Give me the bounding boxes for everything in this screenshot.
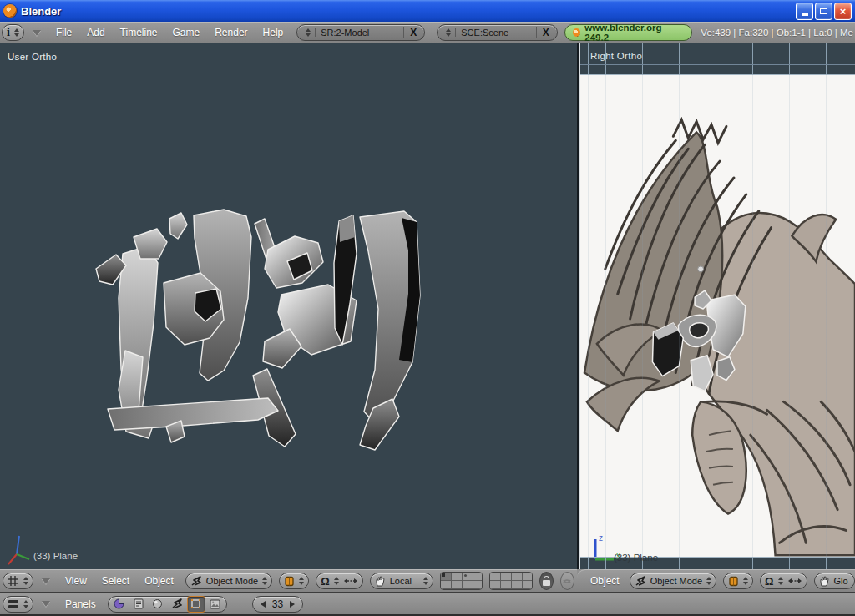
layer-toggle[interactable]	[441, 581, 452, 589]
screen-selector-value[interactable]: SR:2-Model	[321, 28, 398, 38]
lock-layers-button[interactable]	[539, 572, 554, 590]
editing-context-button[interactable]	[188, 597, 205, 612]
pivot-dropdown[interactable]: Ω	[316, 573, 362, 589]
mesh-object-canvas[interactable]	[0, 43, 577, 569]
menu-game[interactable]: Game	[173, 27, 200, 38]
header-collapse-icon[interactable]	[33, 30, 41, 36]
menu-help[interactable]: Help	[263, 27, 284, 38]
minimize-button[interactable]	[796, 3, 813, 20]
editor-type-stepper	[23, 577, 28, 585]
scene-selector-value[interactable]: SCE:Scene	[461, 28, 530, 38]
frame-stepper[interactable]: 33	[252, 596, 303, 613]
mode-dropdown-right-value[interactable]: Object Mode	[650, 576, 702, 586]
layer-toggle[interactable]	[523, 573, 532, 581]
restore-icon	[820, 8, 827, 14]
viewport-3d-left[interactable]: User Ortho	[0, 43, 577, 569]
layer-toggle[interactable]	[452, 573, 463, 581]
scene-context-button[interactable]	[207, 597, 224, 612]
mode-dropdown[interactable]: Object Mode	[185, 573, 272, 589]
frame-next-icon[interactable]	[290, 601, 295, 608]
header-collapse-icon[interactable]	[42, 601, 50, 607]
orientation-dropdown-right-value[interactable]: Glo	[834, 576, 848, 586]
orientation-dropdown-value[interactable]: Local	[390, 576, 419, 586]
menu-timeline[interactable]: Timeline	[120, 27, 158, 38]
layer-toggle[interactable]	[452, 581, 463, 589]
proportional-edit-icon	[562, 576, 572, 586]
shading-solid-icon	[728, 576, 739, 587]
menu-view[interactable]: View	[65, 575, 87, 587]
object-info-left: (33) Plane	[33, 551, 78, 561]
viewport-3d-right[interactable]: Right Ortho z y (33) Plane	[580, 43, 855, 569]
editor-type-button-3dview[interactable]	[3, 573, 33, 589]
orientation-dropdown-right[interactable]: Glo	[814, 573, 855, 589]
menu-file[interactable]: File	[56, 27, 72, 38]
layer-toggle[interactable]	[512, 573, 523, 581]
editor-type-stepper	[14, 28, 19, 37]
menu-object[interactable]: Object	[144, 575, 174, 587]
restore-button[interactable]	[815, 3, 832, 20]
blender-mini-logo-icon	[573, 28, 581, 37]
object-mode-icon	[635, 576, 646, 587]
buttons-context-group	[108, 596, 227, 613]
editor-type-button-buttons[interactable]	[3, 596, 33, 613]
object-mode-icon	[190, 576, 202, 587]
frame-prev-icon[interactable]	[261, 601, 266, 608]
layer-toggle[interactable]	[473, 581, 483, 589]
mode-dropdown-value[interactable]: Object Mode	[206, 576, 258, 586]
layer-toggle[interactable]	[473, 573, 483, 581]
pivot-icon: Ω	[321, 575, 329, 588]
close-button[interactable]: ×	[834, 3, 852, 20]
screen-selector-close-icon[interactable]: X	[403, 27, 420, 38]
layer-toggle[interactable]	[441, 573, 452, 581]
screen-selector[interactable]: SR:2-Model X	[296, 24, 425, 41]
layer-toggle[interactable]	[463, 573, 473, 581]
viewport-header-left: View Select Object Object Mode Ω	[0, 569, 577, 593]
frame-number[interactable]: 33	[272, 598, 283, 610]
shading-context-button[interactable]	[149, 597, 166, 612]
version-link[interactable]: www.blender.org 249.2	[564, 24, 693, 41]
mode-dropdown-right[interactable]: Object Mode	[630, 573, 716, 589]
header-collapse-icon[interactable]	[42, 578, 50, 584]
reference-grid-overlay	[580, 75, 855, 557]
main-header: i File Add Timeline Game Render Help SR:…	[0, 22, 855, 43]
layer-toggle[interactable]	[490, 581, 501, 589]
layer-toggle[interactable]	[501, 581, 512, 589]
pivot-dropdown-right[interactable]: Ω	[760, 573, 807, 589]
scene-selector-stepper[interactable]	[446, 28, 456, 37]
panels-menu[interactable]: Panels	[65, 598, 96, 610]
viewport-shading-dropdown-right[interactable]	[723, 573, 753, 589]
layer-toggle[interactable]	[463, 581, 473, 589]
manipulator-icon[interactable]	[787, 576, 802, 586]
script-context-button[interactable]	[130, 597, 147, 612]
layer-toggle[interactable]	[490, 573, 501, 581]
window-title: Blender	[21, 5, 61, 18]
lock-icon	[543, 580, 550, 586]
menu-render[interactable]: Render	[215, 27, 247, 38]
scene-selector-close-icon[interactable]: X	[536, 27, 553, 38]
editor-type-stepper	[23, 600, 28, 608]
object-context-button[interactable]	[169, 597, 185, 612]
menu-select[interactable]: Select	[102, 575, 129, 587]
viewport-header-right: Object Object Mode Ω	[577, 569, 855, 593]
svg-text:z: z	[599, 533, 603, 543]
layer-toggle[interactable]	[512, 581, 523, 589]
scene-selector[interactable]: SCE:Scene X	[437, 24, 557, 41]
editor-type-button-info[interactable]: i	[2, 24, 24, 41]
menu-add[interactable]: Add	[87, 27, 104, 38]
manipulator-icon[interactable]	[343, 576, 358, 586]
orientation-dropdown[interactable]: Local	[370, 573, 433, 589]
screen-selector-stepper[interactable]	[306, 28, 316, 37]
proportional-edit-button[interactable]	[560, 572, 574, 590]
layer-buttons-group-1[interactable]	[440, 572, 483, 590]
viewport-shading-dropdown[interactable]	[279, 573, 309, 589]
menu-object-right[interactable]: Object	[590, 575, 620, 587]
logic-context-button[interactable]	[111, 597, 128, 612]
reference-image	[580, 75, 855, 557]
layer-toggle[interactable]	[523, 581, 532, 589]
window-titlebar[interactable]: Blender ×	[0, 0, 855, 22]
editing-icon	[190, 598, 201, 609]
layer-toggle[interactable]	[501, 573, 512, 581]
version-link-label: www.blender.org 249.2	[584, 23, 684, 43]
layer-buttons-group-2[interactable]	[489, 572, 532, 590]
grid-editor-icon	[8, 575, 19, 587]
